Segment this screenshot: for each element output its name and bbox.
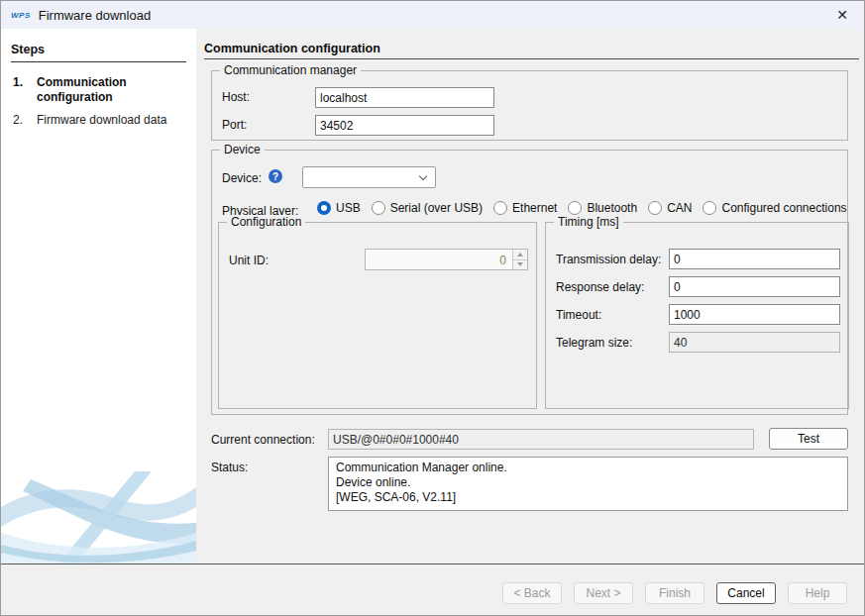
step-number: 2. — [13, 113, 37, 128]
group-title: Configuration — [227, 215, 305, 229]
test-button[interactable]: Test — [769, 428, 848, 450]
group-title: Timing [ms] — [554, 215, 623, 229]
device-combobox[interactable] — [302, 166, 436, 188]
radio-usb-control[interactable] — [317, 201, 331, 215]
title-bar: WPS Firmware download ✕ — [1, 1, 864, 29]
radio-serial-control[interactable] — [372, 201, 385, 215]
radio-label: CAN — [667, 201, 692, 215]
telegram-size-label: Telegram size: — [556, 336, 632, 350]
unit-id-stepper: 0 — [365, 249, 528, 270]
response-delay-input[interactable] — [669, 276, 840, 297]
device-group: Device Device: ? Physical layer: USB Ser… — [211, 150, 848, 415]
radio-ethernet[interactable]: Ethernet — [493, 201, 557, 215]
radio-configured-connections[interactable]: Configured connections — [703, 201, 846, 215]
firmware-download-dialog: WPS Firmware download ✕ Steps 1. Communi… — [0, 0, 865, 616]
wizard-button-bar: < Back Next > Finish Cancel Help — [1, 564, 865, 616]
status-line: [WEG, SCA-06, V2.11] — [336, 490, 840, 505]
group-title: Device — [220, 143, 265, 156]
transmission-delay-input[interactable] — [669, 249, 840, 269]
radio-label: Configured connections — [721, 201, 846, 215]
steps-sidebar: Steps 1. Communication configuration 2. … — [1, 29, 196, 564]
radio-usb[interactable]: USB — [317, 201, 361, 215]
status-label: Status: — [211, 461, 248, 474]
timeout-input[interactable] — [669, 304, 840, 325]
host-label: Host: — [222, 90, 250, 104]
telegram-size-input — [669, 332, 840, 353]
radio-configured-connections-control[interactable] — [703, 201, 716, 215]
status-line: Communication Manager online. — [336, 461, 840, 475]
header-divider — [204, 58, 859, 59]
radio-can[interactable]: CAN — [648, 201, 692, 215]
cancel-button[interactable]: Cancel — [716, 582, 776, 604]
radio-label: Bluetooth — [587, 201, 637, 215]
response-delay-label: Response delay: — [556, 280, 644, 294]
physical-layer-radio-group: USB Serial (over USB) Ethernet Bluetooth… — [317, 201, 847, 215]
unit-id-value: 0 — [499, 254, 506, 267]
decorative-swoosh — [1, 471, 196, 564]
status-box: Communication Manager online. Device onl… — [328, 457, 848, 511]
step-label: Communication configuration — [37, 75, 175, 105]
communication-manager-group: Communication manager Host: Port: — [211, 70, 848, 141]
next-button: Next > — [574, 582, 633, 604]
spinner-up-icon — [513, 250, 527, 259]
wps-logo-icon: WPS — [11, 11, 31, 20]
radio-bluetooth-control[interactable] — [568, 201, 582, 215]
radio-ethernet-control[interactable] — [493, 201, 507, 215]
help-button: Help — [788, 582, 847, 604]
steps-header: Steps — [11, 43, 186, 62]
close-icon[interactable]: ✕ — [828, 5, 856, 25]
page-title: Communication configuration — [204, 42, 380, 55]
step-item-firmware-download-data: 2. Firmware download data — [13, 113, 196, 128]
radio-label: USB — [336, 201, 361, 215]
window-title: Firmware download — [39, 8, 151, 23]
radio-label: Ethernet — [512, 201, 557, 215]
back-button: < Back — [502, 582, 562, 604]
step-number: 1. — [13, 75, 37, 105]
timing-group: Timing [ms] Transmission delay: Response… — [545, 222, 849, 409]
transmission-delay-label: Transmission delay: — [556, 253, 661, 266]
timeout-label: Timeout: — [556, 308, 601, 322]
group-title: Communication manager — [220, 63, 361, 77]
help-icon[interactable]: ? — [269, 169, 282, 183]
step-item-communication-configuration: 1. Communication configuration — [13, 75, 196, 105]
finish-button: Finish — [645, 582, 704, 604]
port-label: Port: — [222, 118, 247, 132]
configuration-group: Configuration Unit ID: 0 — [218, 222, 537, 409]
radio-bluetooth[interactable]: Bluetooth — [568, 201, 637, 215]
current-connection-field — [328, 429, 754, 450]
port-input[interactable] — [315, 115, 494, 136]
step-label: Firmware download data — [37, 113, 175, 128]
spinner-buttons — [512, 250, 527, 269]
radio-serial-over-usb[interactable]: Serial (over USB) — [372, 201, 483, 215]
chevron-down-icon — [419, 172, 427, 180]
main-panel: Communication configuration Communicatio… — [196, 29, 865, 564]
host-input[interactable] — [315, 87, 494, 108]
spinner-down-icon — [513, 259, 527, 270]
status-line: Device online. — [336, 475, 840, 490]
unit-id-label: Unit ID: — [229, 254, 269, 267]
radio-can-control[interactable] — [648, 201, 662, 215]
radio-label: Serial (over USB) — [390, 201, 483, 215]
device-label: Device: — [222, 171, 262, 185]
current-connection-label: Current connection: — [211, 433, 315, 447]
